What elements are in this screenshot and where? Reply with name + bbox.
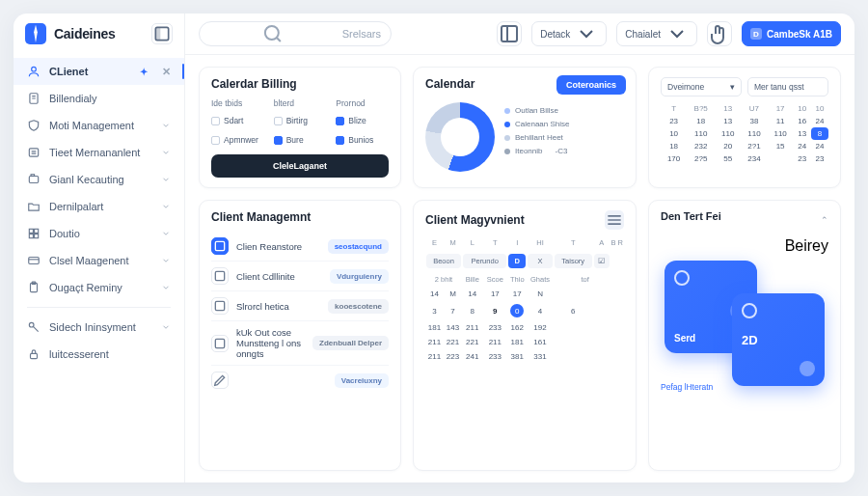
cal-cell[interactable]: 24 [811, 115, 828, 127]
cal-cell[interactable]: 23 [811, 152, 828, 165]
cal-cell[interactable]: 7 [444, 301, 462, 320]
cal-cell[interactable]: 24 [811, 140, 828, 152]
cal-cell[interactable]: 211 [425, 349, 444, 364]
pill-button[interactable]: ☑ [594, 254, 610, 268]
cal-cell[interactable]: 8 [462, 301, 482, 320]
month-select[interactable]: Dveimone▾ [661, 77, 742, 96]
cal-cell[interactable]: 17 [482, 287, 507, 301]
sidebar-item-clsel[interactable]: Clsel Maagenent [14, 247, 184, 274]
sidebar-item-client[interactable]: CLienet ✦ ✕ [14, 58, 184, 85]
cal-cell[interactable]: 13 [794, 127, 811, 140]
list-item[interactable]: Slrorcl heticakooescotene [211, 291, 389, 321]
pill-button[interactable]: Perundo [463, 254, 506, 268]
cal-cell[interactable]: 234 [741, 152, 767, 165]
cal-cell[interactable]: 13 [715, 115, 741, 127]
list-item[interactable]: Vacreiuxny [211, 366, 389, 395]
cal-cell[interactable]: M [444, 287, 462, 301]
chaialet-dropdown[interactable]: Chaialet [616, 21, 697, 46]
cal-cell[interactable]: 16 [794, 115, 811, 127]
cal-cell[interactable]: 110 [741, 127, 767, 140]
list-item[interactable]: Client CdlliniteVdurguienry [211, 262, 389, 291]
cal-cell[interactable]: 20 [715, 140, 741, 152]
cal-cell[interactable]: 9 [482, 301, 507, 320]
cal-cell[interactable]: 24 [794, 140, 811, 152]
cal-cell[interactable]: 14 [462, 287, 482, 301]
cal-cell[interactable]: 143 [444, 320, 462, 335]
cal-cell[interactable]: 241 [462, 349, 482, 364]
sidebar-item-ougact[interactable]: Ougaçt Reminy [14, 274, 184, 301]
logo-icon [25, 23, 46, 44]
cal-cell[interactable]: 181 [425, 320, 444, 335]
sidebar-item-billendialy[interactable]: Billendialy [14, 85, 184, 112]
sidebar-item-luitc[interactable]: luitcesserent [14, 341, 184, 368]
pill-button[interactable]: Beoon [426, 254, 461, 268]
cal-cell[interactable]: 18 [687, 115, 715, 127]
cal-cell[interactable]: 221 [462, 335, 482, 349]
cal-cell[interactable]: 232 [687, 140, 715, 152]
sidebar: Caideines CLienet ✦ ✕ Billendialy Moti M… [14, 14, 185, 482]
cal-cell[interactable]: 23 [794, 152, 811, 165]
donut-top-button[interactable]: Coteroanics [556, 75, 626, 95]
cal-cell[interactable]: 14 [425, 287, 444, 301]
cal-cell[interactable]: 18 [661, 140, 687, 152]
range-select[interactable]: Mer tanu qsst [747, 77, 828, 96]
cal-cell[interactable]: 192 [527, 320, 554, 335]
cal-cell[interactable]: 2?5 [687, 152, 715, 165]
sidebar-item-gianl[interactable]: Gianl Kecauting [14, 166, 184, 193]
sidebar-item-sidech[interactable]: Sidech Ininsyment [14, 314, 184, 341]
cal-cell[interactable]: 15 [768, 140, 794, 152]
cal-cell[interactable]: 211 [462, 320, 482, 335]
cal-cell[interactable]: 8 [811, 127, 828, 140]
pill-button[interactable]: X [528, 254, 553, 268]
cal-cell[interactable] [768, 152, 794, 165]
cal-cell[interactable]: 233 [482, 320, 507, 335]
cal-cell[interactable]: 161 [527, 335, 554, 349]
cal-cell[interactable]: 55 [715, 152, 741, 165]
svg-rect-8 [35, 229, 39, 233]
detack-dropdown[interactable]: Detack [531, 21, 607, 46]
cal-cell[interactable]: 211 [425, 335, 444, 349]
cal-cell[interactable]: 10 [661, 127, 687, 140]
calendar-menu-button[interactable] [605, 210, 624, 230]
cal-cell[interactable]: 2?1 [741, 140, 767, 152]
sidebar-item-moti[interactable]: Moti Management [14, 112, 184, 139]
primary-action-button[interactable]: D CambeSk A1B [742, 21, 841, 46]
cal-cell[interactable]: 170 [661, 152, 687, 165]
layout-button[interactable] [497, 21, 522, 46]
sidebar-item-tieet[interactable]: Tieet Mernananlent [14, 139, 184, 166]
cal-cell[interactable]: 23 [661, 115, 687, 127]
cal-cell[interactable]: 4 [527, 301, 554, 320]
cal-cell[interactable]: 38 [741, 115, 767, 127]
cal-cell[interactable]: 381 [507, 349, 527, 364]
cal-cell[interactable]: 0 [507, 301, 527, 320]
cal-cell[interactable]: 110 [715, 127, 741, 140]
cal-cell[interactable]: 233 [482, 349, 507, 364]
pill-button[interactable]: D [508, 254, 526, 268]
tiles-chip[interactable]: Beirey [785, 237, 828, 255]
chevron-up-icon[interactable]: ⌃ [821, 215, 828, 225]
cal-cell[interactable]: 11 [768, 115, 794, 127]
cal-cell[interactable]: 211 [482, 335, 507, 349]
sidebar-item-doutio[interactable]: Doutio [14, 220, 184, 247]
close-icon[interactable]: ✕ [162, 66, 171, 78]
cal-cell[interactable]: 110 [768, 127, 794, 140]
collapse-sidebar-button[interactable] [151, 23, 173, 44]
cal-cell[interactable]: 331 [527, 349, 554, 364]
notify-button[interactable] [707, 21, 732, 46]
cal-cell[interactable]: 162 [507, 320, 527, 335]
pill-button[interactable]: Taisory [555, 254, 592, 268]
cal-cell[interactable]: 3 [425, 301, 444, 320]
cal-cell[interactable]: 6 [554, 301, 593, 320]
cal-cell[interactable]: 17 [507, 287, 527, 301]
search-input[interactable]: Srelsars [199, 21, 392, 46]
cal-cell[interactable]: 223 [444, 349, 462, 364]
tile-2d[interactable]: 2D [732, 293, 825, 386]
cal-cell[interactable]: 221 [444, 335, 462, 349]
list-item[interactable]: kUk Out cose Munstteng l ons onngtsZdenb… [211, 321, 389, 366]
billing-cta-button[interactable]: CleleLaganet [211, 154, 389, 178]
sidebar-item-dernilpalart[interactable]: Dernilpalart [14, 193, 184, 220]
list-item[interactable]: Clien Reanstoreseostacqund [211, 232, 389, 262]
cal-cell[interactable]: 181 [507, 335, 527, 349]
cal-cell[interactable]: N [527, 287, 554, 301]
cal-cell[interactable]: 110 [687, 127, 715, 140]
